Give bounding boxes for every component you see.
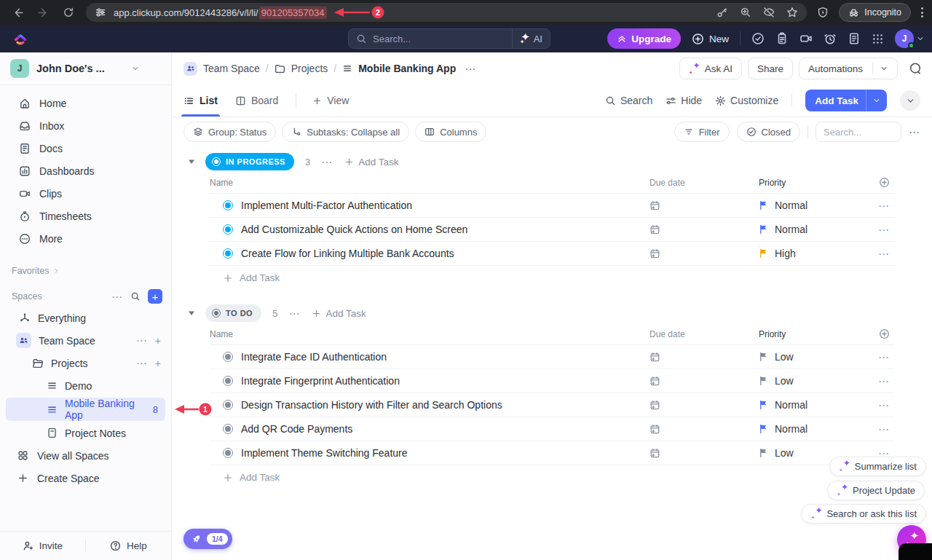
todo-check-icon[interactable] [751, 32, 765, 45]
row-more-icon[interactable]: ⋯ [873, 400, 895, 411]
ask-ai-button[interactable]: Ask AI [679, 58, 742, 79]
sidebar-item-home[interactable]: Home [0, 92, 171, 114]
add-task-button[interactable]: Add Task [805, 90, 887, 111]
sidebar-item-more[interactable]: More [0, 227, 171, 250]
spaces-more-icon[interactable]: ⋯ [111, 291, 123, 302]
extension-icon[interactable] [817, 7, 829, 18]
upgrade-button[interactable]: Upgrade [607, 28, 681, 49]
group-by-button[interactable]: Group: Status [183, 122, 276, 142]
hide-button[interactable]: Hide [666, 95, 702, 106]
user-menu[interactable]: J [895, 29, 925, 48]
favorites-section[interactable]: Favorites [0, 264, 171, 278]
apps-grid-icon[interactable] [872, 33, 884, 45]
global-search-input[interactable] [373, 33, 512, 44]
due-date-cell[interactable] [649, 376, 759, 387]
list-search-input[interactable] [824, 127, 893, 138]
sidebar-item-everything[interactable]: Everything [0, 307, 171, 329]
table-row[interactable]: Implement Multi-Factor Authentication No… [210, 194, 895, 218]
task-name[interactable]: Design Transaction History with Filter a… [241, 399, 502, 411]
due-date-cell[interactable] [649, 352, 759, 363]
status-icon[interactable] [223, 400, 233, 410]
automations-button[interactable]: Automations [799, 58, 898, 79]
row-more-icon[interactable]: ⋯ [873, 424, 895, 435]
sidebar-item-clips[interactable]: Clips [0, 182, 171, 205]
status-icon[interactable] [223, 424, 233, 434]
status-pill-to-do[interactable]: TO DO [205, 304, 261, 322]
task-name[interactable]: Implement Multi-Factor Authentication [241, 200, 412, 211]
group-add-task-button[interactable]: Add Task [312, 308, 366, 319]
clipboard-icon[interactable] [775, 32, 789, 45]
subtasks-button[interactable]: Subtasks: Collapse all [282, 122, 409, 142]
status-icon[interactable] [223, 376, 233, 386]
add-column-icon[interactable] [873, 177, 895, 188]
group-more-icon[interactable]: ⋯ [288, 308, 300, 319]
bookmark-star-icon[interactable] [786, 7, 798, 18]
priority-cell[interactable]: High [759, 248, 873, 259]
sidebar-item-inbox[interactable]: Inbox [0, 114, 171, 137]
breadcrumb-more-icon[interactable]: ⋯ [465, 63, 476, 74]
sidebar-item-view-all-spaces[interactable]: View all Spaces [0, 444, 171, 467]
view-search-button[interactable]: Search [605, 95, 652, 106]
add-column-icon[interactable] [873, 328, 895, 339]
sidebar-item-docs[interactable]: Docs [0, 137, 171, 159]
priority-cell[interactable]: Normal [759, 200, 873, 211]
priority-cell[interactable]: Low [759, 375, 873, 387]
tab-list[interactable]: List [183, 84, 218, 117]
search-ai-segment[interactable]: AI [512, 29, 550, 48]
add-icon[interactable]: + [155, 358, 161, 369]
more-icon[interactable]: ⋯ [136, 358, 148, 368]
sidebar-item-team-space[interactable]: Team Space ⋯ + [0, 329, 171, 352]
filter-button[interactable]: Filter [674, 122, 730, 142]
group-add-task-button[interactable]: Add Task [344, 157, 398, 167]
column-priority[interactable]: Priority [759, 329, 873, 339]
table-row[interactable]: Integrate Fingerprint Authentication Low… [210, 369, 895, 393]
sidebar-item-dashboards[interactable]: Dashboards [0, 159, 171, 182]
summarize-list-button[interactable]: Summarize list [829, 457, 926, 476]
help-button[interactable]: Help [86, 540, 171, 551]
task-name[interactable]: Implement Theme Switching Feature [241, 447, 408, 459]
record-clip-icon[interactable] [799, 32, 813, 45]
status-icon[interactable] [223, 200, 233, 210]
due-date-cell[interactable] [649, 448, 759, 459]
due-date-cell[interactable] [649, 424, 759, 435]
breadcrumb-current-list[interactable]: Mobile Banking App [358, 63, 456, 74]
task-name[interactable]: Integrate Face ID Authentication [241, 351, 387, 363]
column-name[interactable]: Name [210, 178, 649, 188]
row-more-icon[interactable]: ⋯ [873, 248, 895, 259]
collapse-group-icon[interactable] [188, 309, 195, 317]
workspace-switcher[interactable]: J John Doe's ... [0, 52, 171, 85]
collapse-group-icon[interactable] [188, 158, 195, 165]
search-or-ask-button[interactable]: Search or ask this list [801, 504, 926, 524]
priority-cell[interactable]: Normal [759, 224, 873, 235]
chat-icon[interactable] [909, 62, 922, 75]
add-space-button[interactable]: + [148, 289, 162, 304]
invite-button[interactable]: Invite [0, 540, 85, 551]
due-date-cell[interactable] [649, 400, 759, 411]
breadcrumb-projects[interactable]: Projects [291, 63, 328, 74]
status-icon[interactable] [223, 448, 233, 458]
share-button[interactable]: Share [748, 58, 793, 79]
sidebar-item-mobile-banking-app-selected[interactable]: Mobile Banking App 8 1 [6, 398, 165, 421]
breadcrumb-team-space[interactable]: Team Space [203, 63, 260, 74]
sidebar-item-timesheets[interactable]: Timesheets [0, 205, 171, 227]
avatar[interactable]: J [895, 29, 914, 48]
sidebar-item-create-space[interactable]: Create Space [0, 467, 171, 489]
address-bar[interactable]: app.clickup.com/9012443286/v/l/li/901205… [86, 3, 807, 22]
row-more-icon[interactable]: ⋯ [873, 224, 895, 235]
table-row[interactable]: Design Transaction History with Filter a… [210, 393, 895, 417]
priority-cell[interactable]: Normal [759, 399, 873, 411]
sidebar-item-project-notes[interactable]: Project Notes [0, 422, 171, 444]
project-update-button[interactable]: Project Update [827, 481, 925, 500]
sidebar-item-projects-folder[interactable]: Projects ⋯ + [0, 352, 171, 374]
eye-off-icon[interactable] [763, 7, 775, 18]
columns-button[interactable]: Columns [415, 122, 486, 142]
collapse-toolbar-button[interactable] [900, 90, 920, 111]
forward-icon[interactable] [37, 7, 50, 19]
group-more-icon[interactable]: ⋯ [321, 157, 333, 167]
priority-cell[interactable]: Normal [759, 423, 873, 435]
more-icon[interactable]: ⋯ [136, 335, 148, 346]
new-button[interactable]: New [692, 33, 729, 45]
reminder-clock-icon[interactable] [824, 32, 837, 45]
task-name[interactable]: Add Customizable Quick Actions on Home S… [241, 224, 467, 235]
due-date-cell[interactable] [649, 248, 759, 259]
